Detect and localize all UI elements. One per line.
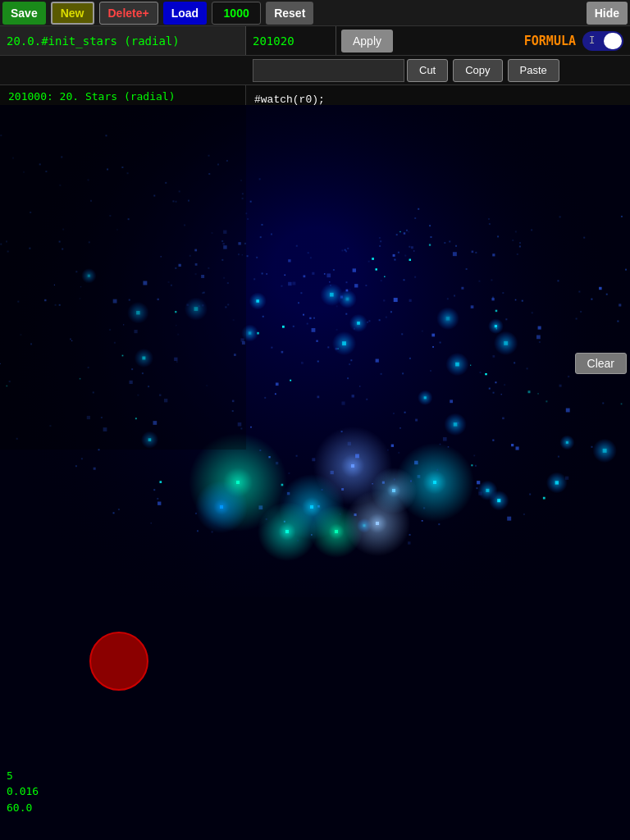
hide-button[interactable]: Hide xyxy=(587,2,628,25)
edit-input[interactable] xyxy=(253,59,404,82)
address-row: 20.0.#init_stars (radial) 201020 Apply F… xyxy=(0,26,630,56)
stat-line1: 5 xyxy=(7,768,39,784)
formula-area: FORMULA I xyxy=(524,31,630,51)
formula-label: FORMULA xyxy=(524,34,576,48)
address-value: 201020 xyxy=(246,26,336,55)
bottom-stats: 5 0.016 60.0 xyxy=(7,768,39,816)
apply-button[interactable]: Apply xyxy=(341,30,393,52)
toolbar: Save New Delete+ Load 1000 Reset Hide xyxy=(0,0,630,26)
copy-button[interactable]: Copy xyxy=(453,59,502,82)
value-button[interactable]: 1000 xyxy=(212,2,261,25)
edit-row: Cut Copy Paste xyxy=(0,56,630,85)
stat-line3: 60.0 xyxy=(7,800,39,816)
save-button[interactable]: Save xyxy=(2,2,46,25)
stars-canvas xyxy=(0,105,630,840)
new-button[interactable]: New xyxy=(51,2,94,25)
delete-button[interactable]: Delete+ xyxy=(99,2,158,25)
formula-toggle[interactable]: I xyxy=(582,31,623,51)
reset-button[interactable]: Reset xyxy=(266,2,313,25)
stat-line2: 0.016 xyxy=(7,783,39,800)
cut-button[interactable]: Cut xyxy=(407,59,448,82)
address-label: 20.0.#init_stars (radial) xyxy=(0,26,246,55)
clear-button[interactable]: Clear xyxy=(575,353,627,374)
load-button[interactable]: Load xyxy=(163,2,207,25)
preview-area xyxy=(0,105,630,840)
paste-button[interactable]: Paste xyxy=(508,59,559,82)
